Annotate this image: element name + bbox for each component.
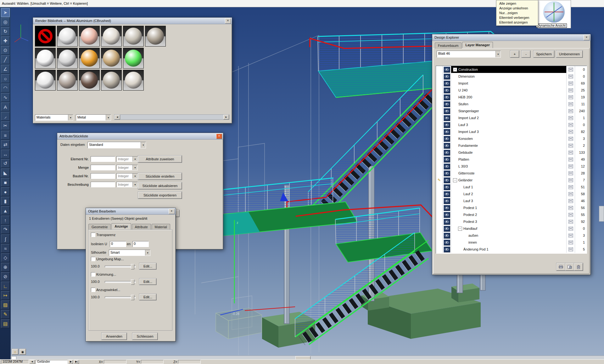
anwenden-button[interactable]: Anwenden [102, 333, 127, 340]
context-menu-item[interactable]: Alle zeigen [496, 1, 538, 6]
eye-icon[interactable] [444, 212, 450, 218]
transparenz-checkbox[interactable] [91, 233, 95, 237]
visibility-cell[interactable] [443, 149, 451, 156]
visibility-cell[interactable] [443, 177, 451, 184]
next-layer-button[interactable]: ▶ [69, 360, 73, 364]
layer-name-cell[interactable]: Gitterroste [451, 170, 566, 177]
tool-button[interactable]: ✂ [1, 121, 10, 130]
eye-icon[interactable] [444, 191, 450, 197]
visibility-cell[interactable] [443, 108, 451, 114]
no-print-cell[interactable] [566, 156, 575, 163]
tool-button[interactable]: ≡ [1, 131, 10, 140]
material-swatch[interactable] [101, 48, 122, 69]
eye-icon[interactable] [444, 115, 450, 121]
layer-name-cell[interactable]: Konsolen [451, 135, 566, 142]
eye-icon[interactable] [444, 108, 450, 114]
tool-button[interactable]: ∫ [1, 234, 10, 243]
material-swatch[interactable] [35, 70, 56, 91]
eye-icon[interactable] [444, 198, 450, 204]
no-print-cell[interactable] [566, 163, 575, 170]
visibility-cell[interactable] [443, 239, 451, 246]
no-print-cell[interactable] [566, 108, 575, 114]
layer-name-cell[interactable]: HEB 200 [451, 94, 566, 101]
x-coordinate-field[interactable] [104, 360, 126, 364]
eye-icon[interactable] [444, 219, 450, 225]
visibility-cell[interactable] [443, 128, 451, 135]
layer-row[interactable]: Platten 49 [436, 156, 587, 163]
tab[interactable]: Featurebaum [435, 42, 461, 49]
section-checkbox[interactable] [91, 257, 95, 261]
close-icon[interactable]: × [216, 134, 222, 139]
light-toggle-icon[interactable]: ☼ [12, 349, 18, 355]
material-swatch[interactable] [57, 70, 78, 91]
tool-button[interactable]: ✎ [1, 310, 10, 319]
visibility-cell[interactable] [443, 204, 451, 211]
layer-name-cell[interactable]: außen [451, 232, 566, 239]
material-swatch[interactable] [35, 26, 56, 47]
layer-name-cell[interactable]: innen [451, 239, 566, 246]
eye-icon[interactable] [444, 122, 450, 128]
visibility-cell[interactable] [443, 101, 451, 108]
no-print-cell[interactable] [566, 225, 575, 232]
material-category-dropdown[interactable]: Materials ▼ [35, 114, 73, 121]
daten-eingeben-dropdown[interactable]: Standard ▼ [87, 142, 146, 148]
section-slider[interactable] [105, 266, 136, 267]
tool-button[interactable]: ↺ [1, 159, 10, 168]
tool-button[interactable]: ⊘ [1, 272, 10, 281]
remove-layer-button[interactable]: - [522, 51, 530, 58]
sheet-dropdown[interactable]: Blatt 46 ▼ [437, 51, 501, 58]
tool-button[interactable]: ◎ [1, 18, 10, 26]
no-print-cell[interactable] [566, 246, 575, 253]
no-print-cell[interactable] [566, 190, 575, 197]
design-explorer-titlebar[interactable]: Design Explorer × [432, 34, 590, 41]
no-print-cell[interactable] [566, 149, 575, 156]
layer-row[interactable]: Lauf 3 46 [436, 197, 587, 204]
tool-button[interactable]: ↔ [1, 150, 10, 158]
stueckliste-aktualisieren-button[interactable]: Stückliste aktualisieren [138, 182, 182, 189]
tool-button[interactable]: ▮ [1, 197, 10, 206]
material-swatch[interactable] [79, 70, 100, 91]
visibility-toggle-icon[interactable]: ◉ [20, 349, 26, 355]
speichern-button[interactable]: Speichern [534, 51, 554, 58]
tool-button[interactable]: ● [1, 187, 10, 196]
layer-name-cell[interactable]: Podest 2 [451, 211, 566, 218]
close-icon[interactable]: × [584, 35, 590, 40]
visibility-cell[interactable] [443, 156, 451, 163]
tool-button[interactable]: ↻ [1, 27, 10, 36]
eye-icon[interactable] [444, 177, 450, 183]
layer-name-cell[interactable]: Stangenlager [451, 108, 566, 114]
no-print-cell[interactable] [566, 204, 575, 211]
tool-button[interactable]: ◣ [1, 168, 10, 177]
field-type-dropdown[interactable]: Integer ▼ [116, 165, 138, 170]
eye-icon[interactable] [444, 246, 450, 252]
tool-button[interactable]: ▲ [1, 206, 10, 215]
layer-name-cell[interactable]: − Geländer [451, 177, 566, 184]
layer-name-cell[interactable]: + Construction [451, 66, 566, 73]
material-family-dropdown[interactable]: Metal ▼ [76, 114, 111, 121]
no-print-cell[interactable] [566, 211, 575, 218]
tool-button[interactable]: ◇ [1, 253, 10, 262]
field-type-dropdown[interactable]: Integer ▼ [116, 173, 138, 179]
tool-button[interactable]: ▨ [1, 301, 10, 309]
layer-row[interactable]: Import Lauf 3 82 [436, 128, 587, 135]
eye-icon[interactable] [444, 184, 450, 190]
object-edit-titlebar[interactable]: Objekt Bearbeiten × [86, 208, 176, 215]
visibility-cell[interactable] [443, 80, 451, 87]
layer-row[interactable]: Stufen 11 [436, 101, 587, 108]
z-coordinate-field[interactable] [178, 360, 201, 364]
slider-handle[interactable] [131, 295, 134, 300]
layer-row[interactable]: Fundamente 2 [436, 142, 587, 149]
edit-button[interactable]: Edit... [139, 279, 156, 285]
eye-icon[interactable] [444, 226, 450, 232]
no-print-cell[interactable] [566, 177, 575, 184]
layer-row[interactable]: Konsolen 3 [436, 135, 587, 142]
field-input[interactable] [91, 182, 115, 187]
visibility-cell[interactable] [443, 232, 451, 239]
layer-name-cell[interactable]: Gebäude [451, 149, 566, 156]
print-list-button[interactable] [556, 263, 565, 271]
eye-icon[interactable] [444, 87, 450, 93]
eye-icon[interactable] [444, 205, 450, 211]
visibility-cell[interactable] [443, 218, 451, 225]
tree-expander-icon[interactable]: − [458, 227, 462, 231]
tool-button[interactable]: ↷ [1, 225, 10, 234]
